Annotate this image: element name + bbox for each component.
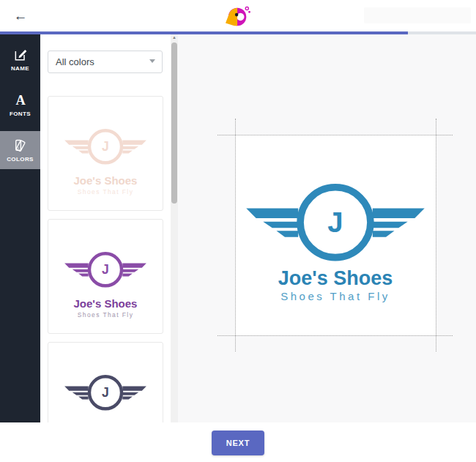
color-variants-panel: All colors J Joe's Shoes Shoes That Fly … <box>40 34 171 422</box>
compose-icon <box>13 48 28 62</box>
scrollbar-thumb[interactable] <box>171 42 177 204</box>
header-search-box[interactable] <box>364 7 471 23</box>
next-button[interactable]: NEXT <box>212 431 264 455</box>
brand-name: Joe's Shoes <box>74 174 138 187</box>
color-filter-dropdown[interactable]: All colors <box>48 51 163 73</box>
brand-tagline: Shoes That Fly <box>78 188 134 196</box>
crop-mark-vertical-right <box>436 119 436 351</box>
winged-circle-emblem: J <box>230 166 441 268</box>
logo-variant-card-navy[interactable]: J Joe's Shoes Shoes That Fly <box>48 342 163 422</box>
sidebar-item-colors[interactable]: COLORS <box>0 131 40 169</box>
sidebar-item-label: FONTS <box>10 111 31 117</box>
logo-variant-card-peach[interactable]: J Joe's Shoes Shoes That Fly <box>48 96 163 211</box>
brand-name: Joe's Shoes <box>74 297 138 310</box>
app-logo-parrot-icon <box>224 4 252 29</box>
svg-text:J: J <box>102 385 109 400</box>
sidebar-item-name[interactable]: NAME <box>0 40 40 78</box>
svg-text:J: J <box>102 262 109 277</box>
progress-bar-fill <box>0 31 408 34</box>
color-filter-value: All colors <box>56 56 94 67</box>
logo-lockup: Joe's Shoes Shoes That Fly <box>235 268 436 302</box>
winged-circle-emblem: J <box>57 244 154 291</box>
brand-name: Joe's Shoes <box>235 268 436 289</box>
progress-bar-track <box>0 31 476 34</box>
crop-mark-vertical-left <box>235 119 236 351</box>
bottom-bar: NEXT <box>0 422 476 462</box>
top-bar: ← <box>0 0 476 31</box>
steps-sidebar: NAME A FONTS COLORS <box>0 34 40 422</box>
back-button[interactable]: ← <box>10 6 31 26</box>
winged-circle-emblem: J <box>57 367 154 414</box>
sidebar-item-fonts[interactable]: A FONTS <box>0 86 40 124</box>
palette-icon <box>13 138 28 153</box>
logo-canvas: J Joe's Shoes Shoes That Fly <box>235 135 436 335</box>
svg-text:A: A <box>15 93 26 108</box>
scrollbar-up-arrow-icon[interactable]: ▲ <box>171 35 178 40</box>
svg-text:J: J <box>102 139 109 154</box>
font-icon: A <box>13 93 28 108</box>
svg-text:J: J <box>327 206 343 238</box>
logo-preview-area: J Joe's Shoes Shoes That Fly <box>178 34 476 422</box>
sidebar-item-label: COLORS <box>7 156 34 163</box>
sidebar-item-label: NAME <box>11 65 29 72</box>
crop-mark-horizontal-top <box>217 135 453 135</box>
brand-tagline: Shoes That Fly <box>235 290 436 302</box>
winged-circle-emblem: J <box>57 121 154 168</box>
logo-variant-card-purple[interactable]: J Joe's Shoes Shoes That Fly <box>48 219 163 334</box>
brand-tagline: Shoes That Fly <box>78 311 134 319</box>
chevron-down-icon <box>149 59 155 63</box>
crop-mark-horizontal-bottom <box>217 335 453 336</box>
panel-scrollbar[interactable]: ▲ <box>171 34 178 422</box>
